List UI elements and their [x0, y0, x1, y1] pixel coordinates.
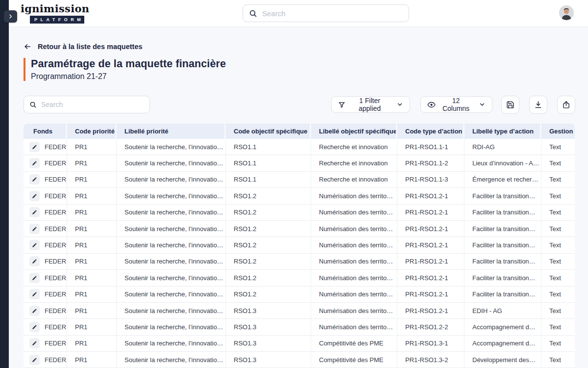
download-button[interactable] — [529, 96, 547, 114]
cell-gestion: Text — [541, 237, 575, 253]
page-title: Paramétrage de la maquette financière — [31, 58, 226, 70]
cell-code-type-action: PR1-RSO1.2-1 — [397, 205, 465, 221]
cell-gestion: Text — [541, 270, 575, 286]
cell-fonds: FEDER — [24, 237, 67, 253]
back-link-label: Retour à la liste des maquettes — [38, 43, 143, 51]
cell-libelle-priorite: Soutenir la recherche, l’innovatio… — [117, 172, 226, 188]
fonds-value: FEDER — [45, 209, 66, 216]
sidebar-expand-button[interactable] — [4, 10, 17, 23]
cell-libelle-type-action: Faciliter la transition… — [465, 287, 541, 303]
column-header-libelle-type-action: Libellé type d’action — [465, 124, 541, 139]
edit-row-button[interactable] — [29, 256, 40, 266]
edit-row-button[interactable] — [29, 355, 40, 365]
logo-badge: PLATFORM — [30, 16, 84, 24]
cell-libelle-type-action: Faciliter la transition… — [465, 254, 541, 270]
search-icon — [29, 101, 37, 108]
edit-row-button[interactable] — [29, 289, 40, 299]
export-button[interactable] — [557, 96, 575, 114]
save-icon — [506, 101, 514, 109]
columns-dropdown-button[interactable]: 12 Columns — [420, 96, 492, 113]
cell-code-objectif-specifique: RSO1.1 — [226, 139, 311, 155]
table-row: FEDERPR1Soutenir la recherche, l’innovat… — [24, 287, 575, 303]
table-row: FEDERPR1Soutenir la recherche, l’innovat… — [24, 336, 575, 352]
column-header-code-type-action: Code type d’action — [397, 124, 465, 139]
save-view-button[interactable] — [501, 96, 519, 114]
pencil-icon — [32, 226, 37, 232]
chevron-down-icon — [396, 101, 403, 108]
edit-row-button[interactable] — [29, 158, 40, 168]
data-table: Fonds Code priorité Libellé priorité Cod… — [24, 124, 575, 368]
edit-row-button[interactable] — [29, 224, 40, 234]
edit-row-button[interactable] — [29, 322, 40, 332]
cell-code-type-action: PR1-RSO1.1-3 — [397, 172, 465, 188]
cell-libelle-priorite: Soutenir la recherche, l’innovatio… — [117, 303, 226, 319]
cell-libelle-objectif-specifique: Numérisation des territo… — [311, 287, 397, 303]
cell-libelle-priorite: Soutenir la recherche, l’innovatio… — [117, 237, 226, 253]
user-avatar[interactable] — [559, 5, 574, 20]
cell-code-type-action: PR1-RSO1.2-1 — [397, 270, 465, 286]
cell-libelle-objectif-specifique: Compétitivité des PME — [311, 336, 397, 352]
cell-libelle-type-action: Faciliter la transition… — [465, 188, 541, 204]
edit-row-button[interactable] — [29, 207, 40, 217]
cell-code-type-action: PR1-RSO1.2-1 — [397, 188, 465, 204]
cell-libelle-objectif-specifique: Recherche et innovation — [311, 155, 397, 171]
pencil-icon — [32, 177, 37, 182]
fonds-value: FEDER — [45, 241, 66, 249]
table-row: FEDERPR1Soutenir la recherche, l’innovat… — [24, 270, 575, 286]
cell-code-objectif-specifique: RSO1.3 — [226, 303, 311, 319]
filter-dropdown-button[interactable]: 1 Filter applied — [331, 96, 410, 113]
data-table-container: Fonds Code priorité Libellé priorité Cod… — [24, 124, 575, 368]
pencil-icon — [32, 210, 37, 215]
table-row: FEDERPR1Soutenir la recherche, l’innovat… — [24, 237, 575, 253]
cell-code-priorite: PR1 — [67, 319, 117, 335]
fonds-value: FEDER — [45, 225, 66, 233]
cell-code-priorite: PR1 — [67, 205, 117, 221]
cell-gestion: Text — [541, 319, 575, 335]
pencil-icon — [32, 144, 37, 150]
eye-icon — [427, 101, 436, 109]
edit-row-button[interactable] — [29, 338, 40, 348]
cell-libelle-priorite: Soutenir la recherche, l’innovatio… — [117, 287, 226, 303]
fonds-value: FEDER — [45, 340, 66, 347]
cell-libelle-objectif-specifique: Recherche et innovation — [311, 172, 397, 188]
cell-libelle-type-action: EDIH - AG — [465, 303, 541, 319]
cell-fonds: FEDER — [24, 254, 67, 270]
cell-code-priorite: PR1 — [67, 237, 117, 253]
edit-row-button[interactable] — [29, 240, 40, 250]
fonds-value: FEDER — [45, 274, 66, 282]
cell-gestion: Text — [541, 221, 575, 237]
global-search-input[interactable] — [262, 9, 403, 18]
columns-button-label: 12 Columns — [440, 97, 472, 112]
edit-row-button[interactable] — [29, 273, 40, 283]
cell-code-objectif-specifique: RSO1.2 — [226, 237, 311, 253]
table-body: FEDERPR1Soutenir la recherche, l’innovat… — [24, 139, 575, 368]
edit-row-button[interactable] — [29, 142, 40, 152]
cell-libelle-objectif-specifique: Numérisation des territo… — [311, 221, 397, 237]
edit-row-button[interactable] — [29, 306, 40, 316]
cell-code-type-action: PR1-RSO1.3-1 — [397, 336, 465, 352]
cell-libelle-priorite: Soutenir la recherche, l’innovatio… — [117, 319, 226, 335]
table-row: FEDERPR1Soutenir la recherche, l’innovat… — [24, 319, 575, 335]
cell-code-priorite: PR1 — [67, 270, 117, 286]
table-search-input[interactable] — [41, 101, 144, 108]
edit-row-button[interactable] — [29, 174, 40, 184]
topbar: ignimission PLATFORM — [9, 0, 588, 27]
cell-code-priorite: PR1 — [67, 139, 117, 155]
cell-code-priorite: PR1 — [67, 303, 117, 319]
column-header-gestion: Gestion d — [541, 124, 575, 139]
table-search — [24, 96, 150, 113]
cell-libelle-type-action: RDI-AG — [465, 139, 541, 155]
cell-libelle-type-action: Faciliter la transition… — [465, 221, 541, 237]
back-link[interactable]: Retour à la liste des maquettes — [24, 43, 143, 51]
edit-row-button[interactable] — [29, 191, 40, 201]
cell-libelle-objectif-specifique: Recherche et innovation — [311, 139, 397, 155]
page-title-block: Paramétrage de la maquette financière Pr… — [24, 58, 226, 81]
cell-code-priorite: PR1 — [67, 336, 117, 352]
cell-libelle-priorite: Soutenir la recherche, l’innovatio… — [117, 221, 226, 237]
pencil-icon — [32, 308, 37, 314]
app-logo: ignimission PLATFORM — [21, 3, 105, 24]
global-search — [243, 4, 409, 22]
cell-fonds: FEDER — [24, 221, 67, 237]
table-row: FEDERPR1Soutenir la recherche, l’innovat… — [24, 188, 575, 204]
pencil-icon — [32, 242, 37, 248]
